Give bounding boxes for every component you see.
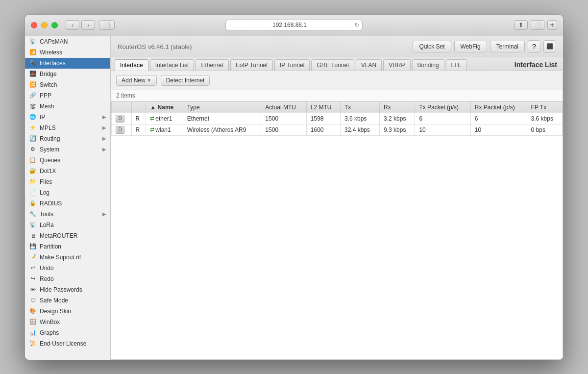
sidebar-item-redo[interactable]: ↪Redo [25,274,110,284]
add-tab-button[interactable]: + [547,20,557,30]
files-icon: 📁 [29,178,37,186]
arrows-icon: ⇄ [150,115,154,122]
main-content: RouterOS v6.46.1 (stable) Quick Set WebF… [111,36,563,360]
sidebar-label-dot1x: Dot1X [40,168,56,175]
sidebar-label-graphs: Graphs [40,329,59,336]
help-button[interactable]: ? [528,40,540,53]
share-button[interactable]: ⬆ [514,20,528,30]
sidebar-item-make-supout[interactable]: 📝Make Supout.rif [25,252,110,263]
sidebar-item-ppp[interactable]: 🔗PPP [25,90,110,101]
tab-ip-tunnel[interactable]: IP Tunnel [274,59,310,71]
sidebar-item-metarouter[interactable]: 🖥MetaROUTER [25,230,110,241]
row-d-btn-button[interactable]: D [116,126,124,134]
sidebar-item-system[interactable]: ⚙System▶ [25,144,110,155]
sidebar-item-hide-passwords[interactable]: 👁Hide Passwords [25,284,110,295]
tabs-left: InterfaceInterface ListEthernetEoIP Tunn… [115,59,467,71]
address-bar[interactable]: 192.168.88.1 ↻ [225,20,363,30]
row-tx-packet: 6 [415,113,470,124]
back-button[interactable]: ‹ [66,20,79,30]
sidebar-label-lora: LoRa [40,222,54,228]
sidebar-item-radius[interactable]: 🔒RADIUS [25,198,110,209]
sidebar-item-log[interactable]: 📄Log [25,187,110,198]
sidebar-item-files[interactable]: 📁Files [25,176,110,187]
th-col-type: Type [183,101,261,113]
sidebar-item-safe-mode[interactable]: 🛡Safe Mode [25,295,110,306]
th-col-l2-mtu: L2 MTU [306,101,340,113]
forward-button[interactable]: › [81,20,95,30]
table-row[interactable]: DR⇄ wlan1Wireless (Atheros AR91500160032… [112,124,563,135]
sidebar-item-wireless[interactable]: 📶Wireless [25,47,110,58]
sidebar-item-tools[interactable]: 🔧Tools▶ [25,209,110,220]
sidebar-label-metarouter: MetaROUTER [40,232,77,239]
skin-button[interactable]: ⬛ [543,40,556,53]
header-row: ▲ NameTypeActual MTUL2 MTUTxRxTx Packet … [112,101,563,113]
detect-internet-button[interactable]: Detect Internet [161,75,210,86]
tab-bonding[interactable]: Bonding [412,59,444,71]
sidebar-item-design-skin[interactable]: 🎨Design Skin [25,306,110,317]
item-count: 2 items [111,90,563,101]
sidebar-item-routing[interactable]: 🔄Routing▶ [25,133,110,144]
interface-icon: ⇄ wlan1 [150,126,171,133]
row-d-btn[interactable]: D [112,124,132,135]
sidebar-item-partition[interactable]: 💾Partition [25,241,110,252]
quickset-button[interactable]: Quick Set [413,41,451,52]
sidebar-toggle-button[interactable]: ⬜ [99,20,115,30]
sidebar-item-mesh[interactable]: 🕸Mesh [25,101,110,112]
partition-icon: 💾 [29,243,37,250]
row-rx: 9.3 kbps [380,124,415,135]
sidebar-item-dot1x[interactable]: 🔐Dot1X [25,166,110,176]
row-d-btn-button[interactable]: D [116,115,124,123]
log-icon: 📄 [29,189,37,197]
undo-icon: ↩ [29,264,37,272]
table-row[interactable]: DR⇄ ether1Ethernet150015983.6 kbps3.2 kb… [112,113,563,124]
row-l2-mtu: 1598 [306,113,340,124]
tab-gre-tunnel[interactable]: GRE Tunnel [311,59,354,71]
sidebar-item-interfaces[interactable]: 🔌Interfaces [25,58,110,69]
tab-vlan[interactable]: VLAN [356,59,382,71]
tab-interface-list[interactable]: Interface List [150,59,195,71]
row-d-btn[interactable]: D [112,113,132,124]
webfig-button[interactable]: WebFig [454,41,487,52]
sidebar-label-safe-mode: Safe Mode [40,297,68,304]
sidebar-item-undo[interactable]: ↩Undo [25,263,110,274]
sidebar-label-interfaces: Interfaces [40,60,66,67]
sidebar-label-routing: Routing [40,135,60,142]
titlebar-right: ⬆ ⬜ + [514,20,557,30]
sidebar-item-switch[interactable]: 🔀Switch [25,79,110,90]
tab-vrrp[interactable]: VRRP [383,59,410,71]
main-window: ‹ › ⬜ 192.168.88.1 ↻ ⬆ ⬜ + 📡CAPsMAN📶Wire… [24,14,564,360]
sidebar-item-winbox[interactable]: 🪟WinBox [25,317,110,327]
th-col-rx: Rx [380,101,415,113]
maximize-button[interactable] [51,22,58,28]
sidebar-item-end-user-license[interactable]: 📜End-User License [25,338,110,349]
row-fp-tx: 0 bps [527,124,562,135]
sidebar-item-mpls[interactable]: ⚡MPLS▶ [25,123,110,133]
sidebar-label-tools: Tools [40,211,53,218]
sidebar-item-graphs[interactable]: 📊Graphs [25,327,110,338]
close-button[interactable] [31,22,37,28]
tab-eoip-tunnel[interactable]: EoIP Tunnel [230,59,273,71]
tab-ethernet[interactable]: Ethernet [196,59,228,71]
th-col-rx-packet: Rx Packet (p/s) [470,101,527,113]
graphs-icon: 📊 [29,329,37,337]
sidebar-item-ip[interactable]: 🌐IP▶ [25,112,110,123]
sidebar-item-lora[interactable]: 📡LoRa [25,220,110,230]
radius-icon: 🔒 [29,199,37,207]
minimize-button[interactable] [41,22,48,28]
add-new-button[interactable]: Add New ▼ [116,75,157,86]
tabs-bar: InterfaceInterface ListEthernetEoIP Tunn… [111,57,563,71]
row-fp-tx: 3.6 kbps [527,113,562,124]
add-new-arrow: ▼ [147,78,151,83]
tab-lte[interactable]: LTE [446,59,467,71]
terminal-button[interactable]: Terminal [490,41,525,52]
sidebar-item-queues[interactable]: 📋Queues [25,155,110,166]
refresh-icon[interactable]: ↻ [354,22,359,28]
mpls-arrow: ▶ [102,125,106,130]
sidebar-item-bridge[interactable]: 🌉Bridge [25,69,110,79]
new-tab-button[interactable]: ⬜ [531,20,544,30]
th-col-tx-packet: Tx Packet (p/s) [415,101,470,113]
tab-interface[interactable]: Interface [115,59,148,71]
sidebar-label-capsman: CAPsMAN [40,38,68,45]
sidebar-item-capsman[interactable]: 📡CAPsMAN [25,36,110,47]
sidebar-label-winbox: WinBox [40,319,60,325]
